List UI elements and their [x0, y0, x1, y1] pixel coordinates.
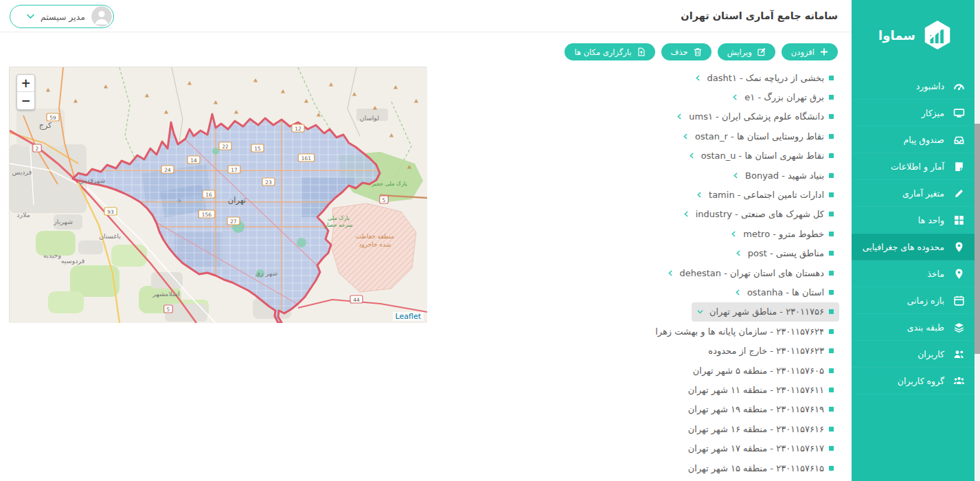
logo-hexagon-icon: [922, 19, 953, 51]
toolbar-button[interactable]: ویرایش: [718, 43, 775, 60]
tree-row[interactable]: tamin - ادارات تامین اجتماعی: [691, 185, 839, 204]
svg-text:14: 14: [190, 157, 197, 164]
tree-row[interactable]: metro - خطوط مترو: [725, 224, 839, 243]
sidebar-item-1[interactable]: میزکار: [852, 100, 980, 126]
svg-text:59: 59: [49, 115, 56, 121]
sidebar-item-label: میزکار: [922, 108, 944, 118]
tree-row-label: tamin - ادارات تامین اجتماعی: [709, 190, 824, 200]
tree-child-row[interactable]: ۲۳۰۱۱۵۷۶۱۹ - منطقه ۱۹ شهر تهران: [683, 400, 839, 419]
tree-row-selected[interactable]: ۲۳۰۱۱۷۵۶ - مناطق شهر تهران: [692, 302, 839, 322]
tree-child-row[interactable]: ۲۳۰۱۱۵۷۶۱۶ - منطقه ۱۶ شهر تهران: [683, 419, 839, 438]
tree-child-row[interactable]: ۲۳۰۱۱۵۷۶۱۵ - منطقه ۱۵ شهر تهران: [683, 458, 839, 478]
edit-icon: [757, 47, 766, 56]
road-shield: 59: [47, 113, 59, 121]
svg-text:27: 27: [230, 219, 237, 225]
tree-row[interactable]: ostan_u - نقاط شهری استان ها: [683, 146, 839, 166]
bullet-icon: [829, 446, 834, 451]
map-label: ✈: [176, 197, 182, 205]
sidebar-item-label: کاربران: [918, 349, 944, 359]
tree-row-label: ostan_r - نقاط روستایی استان ها: [695, 131, 824, 142]
sidebar-item-4[interactable]: متغیر آماری: [852, 180, 980, 207]
road-shield: 15: [251, 144, 264, 152]
avatar: [91, 6, 112, 27]
tree-row[interactable]: dasht۱ - بخشی از دریاچه نمک: [690, 68, 839, 87]
tree-row-label: ۲۳۰۱۱۵۷۶۱۶ - منطقه ۱۶ شهر تهران: [688, 424, 824, 434]
chevron-left-icon: [732, 94, 738, 100]
road-shield: 12: [292, 124, 304, 132]
chevron-left-icon: [676, 113, 683, 120]
tree-row-label: ۲۳۰۱۱۵۷۶۲۳ - خارج از محدوده: [708, 346, 824, 356]
tree-row-label: ums۱ - دانشگاه علوم پزشکی ایران: [689, 111, 824, 122]
tree-row[interactable]: Bonyad - بنیاد شهید: [727, 166, 839, 185]
road-shield: 27: [227, 217, 240, 225]
tree-child-row[interactable]: ۲۳۰۱۱۵۷۶۰۵ - منطقه ۵ شهر تهران: [687, 361, 839, 380]
sidebar-item-3[interactable]: آمار و اطلاعات: [852, 153, 980, 180]
tree-row[interactable]: dehestan - دهستان های استان تهران: [662, 263, 839, 282]
tree-row[interactable]: post - مناطق پستی: [730, 244, 839, 263]
svg-text:93: 93: [107, 209, 114, 215]
tree-child-row[interactable]: ۲۳۰۱۱۵۷۶۰۱ - منطقه ۱ شهر تهران: [687, 478, 839, 481]
road-shield: 2: [33, 144, 42, 152]
tree-row[interactable]: industry - کل شهرک های صنعتی: [678, 205, 839, 224]
tachometer-icon: [953, 80, 965, 92]
tree-row-label: ۲۳۰۱۱۵۷۶۱۱ - منطقه ۱۱ شهر تهران: [688, 385, 824, 395]
bullet-icon: [829, 368, 834, 373]
sidebar-item-8[interactable]: بازه زمانی: [852, 287, 980, 314]
bullet-icon: [829, 114, 834, 119]
sidebar-item-0[interactable]: داشبورد: [852, 73, 980, 100]
road-shield: 5: [380, 196, 389, 203]
trash-icon: [694, 47, 702, 56]
toolbar-button[interactable]: بارگزاری مکان ها: [565, 43, 654, 60]
tree-row[interactable]: ums۱ - دانشگاه علوم پزشکی ایران: [671, 107, 839, 126]
map-label: لواسان: [360, 114, 379, 122]
tree-child-row[interactable]: ۲۳۰۱۱۵۷۶۱۱ - منطقه ۱۱ شهر تهران: [683, 380, 839, 399]
bullet-icon: [829, 153, 834, 158]
regions-tree: dasht۱ - بخشی از دریاچه نمک e۱ - برق تهر…: [650, 68, 839, 481]
tree-row-label: e۱ - برق تهران بزرگ: [744, 92, 824, 102]
svg-text:44: 44: [353, 297, 360, 303]
leaflet-link[interactable]: Leaflet: [396, 312, 421, 321]
tree-row-label: metro - خطوط مترو: [743, 229, 824, 239]
scrollbar-thumb[interactable]: [975, 124, 980, 354]
sidebar-item-5[interactable]: واحد ها: [852, 207, 980, 234]
road-shield: 22: [219, 142, 231, 150]
zoom-out-button[interactable]: −: [17, 92, 34, 109]
map-label: شهریار: [53, 218, 73, 225]
sidebar-item-label: طبقه بندی: [907, 322, 944, 333]
bullet-icon: [829, 348, 834, 353]
user-menu-button[interactable]: مدیر سیستم: [10, 5, 114, 28]
tree-row[interactable]: ostan_r - نقاط روستایی استان ها: [677, 126, 839, 146]
zoom-in-button[interactable]: +: [17, 75, 34, 92]
chevron-left-icon: [733, 172, 739, 179]
tree-row[interactable]: ostanha - استان ها: [729, 282, 839, 302]
calendar-icon: [953, 295, 965, 306]
tree-child-row[interactable]: ۲۳۰۱۱۵۷۶۲۴ - سازمان پایانه ها و بهشت زهر…: [650, 322, 839, 341]
map-attribution: Leaflet: [393, 312, 424, 321]
svg-text:15: 15: [254, 146, 261, 152]
sidebar-item-10[interactable]: کاربران: [852, 341, 980, 368]
road-shield: 5: [164, 305, 173, 313]
svg-text:23: 23: [265, 179, 272, 186]
user-group-icon: [953, 375, 965, 387]
tehran-map[interactable]: 592122215141612417231615627935445 کرجفرد…: [9, 67, 426, 322]
svg-text:24: 24: [164, 167, 171, 173]
sidebar-item-6-active[interactable]: محدوده های جغرافیایی: [852, 234, 980, 260]
sidebar-item-9[interactable]: طبقه بندی: [852, 314, 980, 341]
toolbar-button[interactable]: افزودن: [782, 43, 838, 60]
scrollbar-track[interactable]: [975, 0, 980, 481]
tree-row[interactable]: e۱ - برق تهران بزرگ: [727, 87, 839, 107]
note-icon: [953, 161, 965, 172]
header-bar: سامانه جامع آماری استان تهران مدیر سیستم: [0, 0, 852, 32]
sidebar-item-label: بازه زمانی: [907, 295, 944, 306]
svg-text:12: 12: [295, 126, 301, 132]
tree-row-label: ۲۳۰۱۱۵۷۶۱۵ - منطقه ۱۵ شهر تهران: [688, 463, 824, 473]
plus-icon: [820, 47, 828, 56]
sidebar-item-7[interactable]: ماخذ: [852, 260, 980, 287]
tree-child-row[interactable]: ۲۳۰۱۱۵۷۶۲۳ - خارج از محدوده: [703, 341, 839, 360]
toolbar-button[interactable]: حذف: [661, 43, 711, 60]
bullet-icon: [829, 173, 834, 178]
road-shield: 16: [203, 190, 215, 198]
tree-child-row[interactable]: ۲۳۰۱۱۵۷۶۱۷ - منطقه ۱۷ شهر تهران: [683, 438, 839, 458]
sidebar-item-2[interactable]: صندوق پیام: [852, 126, 980, 153]
sidebar-item-11[interactable]: گروه کاربران: [852, 368, 980, 394]
